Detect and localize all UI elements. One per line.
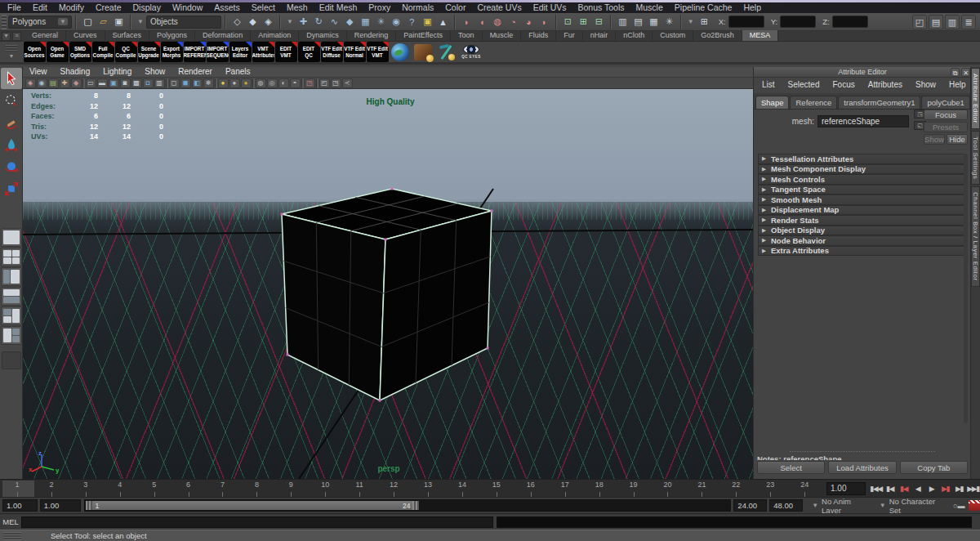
snap-to-curves-icon[interactable]: ◖ <box>475 15 489 29</box>
frame-tick[interactable]: 11 <box>342 481 376 497</box>
move-tool-mode-icon[interactable]: ✚ <box>296 15 310 29</box>
ae-footer-button[interactable]: Load Attributes <box>828 461 896 474</box>
panel-menu-item[interactable]: View <box>23 67 54 77</box>
panel-menu-item[interactable]: Shading <box>54 67 97 77</box>
shelf-button[interactable]: VTF EditVMT <box>367 42 389 62</box>
ae-menu-item[interactable]: Selected <box>782 80 826 89</box>
play-forwards-button[interactable]: ▶ <box>924 481 938 495</box>
frame-tick[interactable]: 17 <box>548 481 582 497</box>
xray-icon[interactable]: ◍ <box>256 78 266 88</box>
shelf-tab[interactable]: Muscle <box>483 30 522 41</box>
shelf-button[interactable]: LayersEditor <box>229 42 252 62</box>
absolute-transform-icon[interactable]: ⊞ <box>697 15 711 29</box>
soft-select-icon[interactable]: ∿ <box>327 15 341 29</box>
hl-globe-shelf-icon[interactable] <box>390 42 410 62</box>
frame-tick[interactable]: 24 <box>787 481 822 497</box>
frame-tick[interactable]: 23 <box>753 481 787 497</box>
menu-item[interactable]: File <box>2 2 27 13</box>
frame-tick[interactable]: 16 <box>514 481 548 497</box>
menu-item[interactable]: Assets <box>208 2 246 13</box>
menu-item[interactable]: Normals <box>396 2 439 13</box>
2d-pan-zoom-icon[interactable]: ✚ <box>60 78 70 88</box>
texture-placement-icon[interactable]: ◐ <box>278 78 289 88</box>
menu-item[interactable]: Bonus Tools <box>572 2 630 13</box>
isolate-select-icon[interactable]: ◳ <box>305 78 315 88</box>
menu-item[interactable]: Mesh <box>281 2 314 13</box>
layout-hypershade-persp-button[interactable] <box>1 306 22 325</box>
playback-end-field[interactable]: 24.00 <box>733 499 767 512</box>
menu-item[interactable]: Display <box>127 2 166 13</box>
resolution-gate-icon[interactable]: ▬ <box>97 78 108 88</box>
show-button[interactable]: Show <box>924 134 945 145</box>
ae-menu-item[interactable]: Attributes <box>862 80 909 89</box>
menu-item[interactable]: Muscle <box>630 2 669 13</box>
panel-menu-item[interactable]: Show <box>138 67 172 77</box>
menu-item[interactable]: Help <box>737 2 767 13</box>
select-hierarchy-icon[interactable]: ◇ <box>230 15 244 29</box>
move-tool-button[interactable] <box>1 134 22 155</box>
attribute-section-header[interactable]: ▶ Displacement Map <box>758 205 964 216</box>
shelf-button[interactable]: VTF EditDiffuse <box>321 42 343 62</box>
highlight-icon[interactable]: ◉ <box>390 15 403 29</box>
panel-menu-item[interactable]: Renderer <box>172 67 219 77</box>
reflection-icon[interactable]: ✳ <box>374 15 388 29</box>
step-back-frame-button[interactable]: ▮◀ <box>883 481 897 495</box>
y-coord-input[interactable] <box>780 16 816 28</box>
layout-persp-graph-button[interactable] <box>1 287 22 306</box>
shelf-tab[interactable]: Fluids <box>521 30 556 41</box>
playback-range-bar[interactable]: 1 24 <box>86 501 419 510</box>
frame-tick[interactable]: 12 <box>376 481 411 497</box>
shelf-button[interactable]: OpenSources <box>24 42 46 62</box>
wireframe-on-shaded-icon[interactable]: ◎ <box>267 78 278 88</box>
shelf-tab[interactable]: Deformation <box>195 30 251 41</box>
shelf-button[interactable]: QCCompile <box>115 42 137 62</box>
shelf-tab[interactable]: Surfaces <box>105 30 150 41</box>
menu-item[interactable]: Edit Mesh <box>314 2 363 13</box>
ae-footer-button[interactable]: Select <box>757 461 825 474</box>
render-settings-icon[interactable]: ▦ <box>647 15 661 29</box>
shelf-button[interactable]: SMDOptions <box>69 42 91 62</box>
menu-item[interactable]: Edit UVs <box>528 2 572 13</box>
panel-strip-tab[interactable]: Attribute Editor <box>971 68 980 129</box>
attribute-section-header[interactable]: ▶ Object Display <box>758 226 964 236</box>
shelf-tab[interactable]: nCloth <box>616 30 653 41</box>
oversample-icon[interactable]: ◆ <box>71 78 82 88</box>
frame-tick[interactable]: 3 <box>69 481 103 497</box>
ao-icon[interactable]: ● <box>241 78 252 88</box>
float-panel-icon[interactable]: ⧉ <box>951 68 960 77</box>
rotate-tool-button[interactable] <box>1 156 22 177</box>
frame-all-icon[interactable]: ▥ <box>154 78 165 88</box>
attribute-section-header[interactable]: ▶ Mesh Component Display <box>758 164 964 175</box>
wireframe-mode-icon[interactable]: ◻ <box>169 78 180 88</box>
go-to-start-button[interactable]: ▮◀◀ <box>869 481 883 495</box>
shelf-button[interactable]: ExportMorphs <box>161 42 183 62</box>
ae-menu-item[interactable]: Help <box>942 80 973 89</box>
frame-tick[interactable]: 21 <box>684 481 719 497</box>
ae-node-tab[interactable]: polyCube1 <box>921 96 969 109</box>
symmetry-icon[interactable]: ◆ <box>343 15 357 29</box>
animation-start-field[interactable]: 1.00 <box>2 499 38 512</box>
frame-tick[interactable]: 13 <box>411 481 445 497</box>
layout-persp-outliner-graph-button[interactable] <box>1 326 22 345</box>
frame-tick[interactable]: 7 <box>206 481 240 497</box>
make-object-live-icon[interactable]: ◗ <box>537 15 551 29</box>
frame-tick[interactable]: 14 <box>445 481 479 497</box>
frame-tick[interactable]: 9 <box>274 481 308 497</box>
qc-eyes-shelf-icon[interactable]: QC EYES <box>459 42 483 62</box>
step-forward-key-button[interactable]: ▶▮ <box>938 481 952 495</box>
shelf-tab[interactable]: Fur <box>556 30 583 41</box>
playback-start-field[interactable]: 1.00 <box>40 499 82 512</box>
panel-strip-tab[interactable]: Channel Box / Layer Editor <box>971 186 980 287</box>
safe-title-icon[interactable]: ◘ <box>143 78 154 88</box>
shadows-icon[interactable]: ● <box>229 78 240 88</box>
camera-attributes-icon[interactable]: ◈ <box>25 78 36 88</box>
attribute-editor-toggle-icon[interactable]: ≣ <box>961 15 976 29</box>
faces-shelf-icon[interactable] <box>413 42 433 62</box>
go-to-end-button[interactable]: ▶▶▮ <box>966 481 980 495</box>
help-mode-icon[interactable]: ? <box>405 15 419 29</box>
output-connections-icon[interactable]: ⊞ <box>577 15 590 29</box>
command-language-toggle[interactable]: MEL <box>0 517 21 526</box>
frame-tick[interactable]: 20 <box>651 481 685 497</box>
lasso-tool-button[interactable] <box>1 90 22 111</box>
layout-single-pane-button[interactable] <box>1 228 22 247</box>
